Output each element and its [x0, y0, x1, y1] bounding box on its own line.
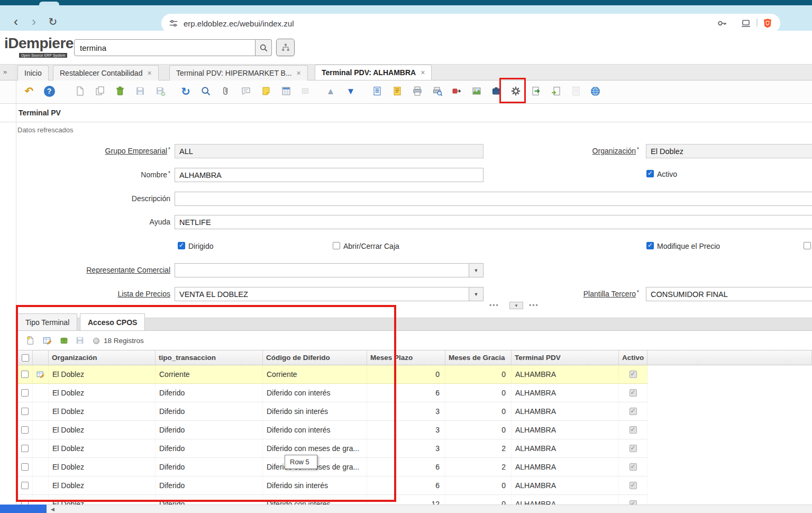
global-search-input[interactable]: [74, 39, 256, 56]
workflow-icon[interactable]: [450, 84, 463, 98]
browser-reload-button[interactable]: ↻: [45, 14, 60, 30]
dirigido-checkbox[interactable]: [178, 242, 185, 251]
plantilla-tercero-field[interactable]: [646, 287, 812, 301]
chat-icon[interactable]: [239, 84, 253, 98]
lista-precios-label[interactable]: Lista de Precios: [11, 290, 170, 298]
row-select-checkbox[interactable]: [21, 389, 29, 397]
scroll-left-icon[interactable]: ◀: [51, 507, 54, 512]
activo-checkbox[interactable]: [646, 170, 654, 179]
splitter-handle[interactable]: •••: [489, 302, 499, 309]
representante-comercial-field[interactable]: [175, 263, 469, 277]
password-key-icon[interactable]: [717, 18, 727, 29]
detail-record-icon[interactable]: ▼: [344, 84, 358, 98]
table-row-3[interactable]: El Doblez Diferido Diferido sin interés …: [17, 402, 647, 421]
nombre-field[interactable]: [175, 168, 483, 182]
report-icon[interactable]: [370, 84, 384, 98]
representante-comercial-label[interactable]: Representante Comercial: [11, 266, 170, 274]
representante-dropdown-button[interactable]: ▼: [469, 263, 483, 277]
detail-save-icon[interactable]: [74, 335, 86, 346]
detail-new-row-icon[interactable]: [24, 335, 36, 346]
sidebar-expander[interactable]: »: [3, 68, 7, 76]
modifique-precio-checkbox[interactable]: [646, 242, 654, 251]
detail-package-icon[interactable]: [58, 335, 70, 346]
row-select-checkbox[interactable]: [21, 463, 29, 471]
process-gear-icon[interactable]: [509, 84, 523, 98]
organizacion-label[interactable]: Organización: [550, 147, 639, 155]
table-row-5[interactable]: El Doblez Diferido Diferido con meses de…: [17, 439, 647, 458]
brave-shield-icon[interactable]: [762, 18, 773, 29]
row-edit-icon[interactable]: [33, 365, 49, 383]
search-button[interactable]: [256, 39, 272, 56]
browser-back-button[interactable]: ‹: [8, 14, 23, 30]
select-all-checkbox[interactable]: [22, 354, 29, 362]
grupo-empresarial-label[interactable]: Grupo Empresarial: [11, 147, 170, 155]
row-select-checkbox[interactable]: [21, 426, 29, 434]
help-icon[interactable]: ?: [42, 84, 56, 98]
detail-grid-icon[interactable]: [298, 84, 312, 98]
splitter-handle[interactable]: •••: [529, 302, 539, 309]
detail-edit-grid-icon[interactable]: [41, 335, 53, 346]
browser-tab[interactable]: [39, 2, 59, 5]
sitemap-button[interactable]: [276, 39, 295, 56]
detail-tab-tipo-terminal[interactable]: Tipo Terminal: [17, 313, 77, 331]
save-icon[interactable]: [133, 84, 147, 98]
note-icon[interactable]: [259, 84, 273, 98]
lista-precios-dropdown-button[interactable]: ▼: [469, 287, 483, 301]
grid-toggle-icon[interactable]: [279, 84, 293, 98]
site-controls-icon[interactable]: [169, 19, 178, 28]
descripcion-field[interactable]: [175, 192, 812, 206]
delete-record-icon[interactable]: [113, 84, 127, 98]
tab-terminal-pdv-hipermarket[interactable]: Terminal PDV: HIPERMARKET B...×: [169, 65, 308, 80]
parent-record-icon[interactable]: ▲: [324, 84, 337, 98]
splitter-collapse-button[interactable]: ▼: [509, 302, 523, 309]
select-all-header[interactable]: [17, 350, 33, 365]
abrir-cerrar-caja-checkbox[interactable]: [333, 242, 340, 251]
column-header-terminal-pdv[interactable]: Terminal PDV: [512, 350, 619, 365]
save-create-icon[interactable]: [153, 84, 167, 98]
copy-record-icon[interactable]: [93, 84, 107, 98]
close-icon[interactable]: ×: [297, 69, 301, 77]
column-header-codigo-diferido[interactable]: Código de Diferido: [263, 350, 367, 365]
row-select-checkbox[interactable]: [21, 445, 29, 452]
tab-inicio[interactable]: Inicio: [17, 65, 49, 80]
column-header-tipo-transaccion[interactable]: tipo_transaccion: [156, 350, 263, 365]
tab-restablecer-contabilidad[interactable]: Restablecer Contabilidad×: [53, 65, 159, 80]
organizacion-field[interactable]: [646, 144, 812, 158]
grupo-empresarial-field[interactable]: [175, 144, 483, 158]
table-row-2[interactable]: El Doblez Diferido Diferido con interés …: [17, 384, 647, 402]
web-services-icon[interactable]: [588, 84, 602, 98]
ayuda-field[interactable]: [175, 215, 812, 229]
workflow-activities-icon[interactable]: [489, 84, 503, 98]
table-row-6[interactable]: El Doblez Diferido Diferido con meses de…: [17, 458, 647, 476]
print-preview-icon[interactable]: [431, 84, 444, 98]
edge-checkbox[interactable]: [804, 242, 811, 251]
attachment-icon[interactable]: [219, 84, 233, 98]
csv-loader-icon[interactable]: [569, 84, 583, 98]
lista-precios-field[interactable]: [175, 287, 469, 301]
print-icon[interactable]: [410, 84, 424, 98]
refresh-icon[interactable]: ↻: [179, 84, 193, 98]
horizontal-scrollbar[interactable]: ◀: [47, 505, 812, 513]
row-select-checkbox[interactable]: [21, 408, 29, 415]
send-to-device-icon[interactable]: [741, 18, 751, 29]
url-bar[interactable]: erp.eldoblez.ec/webui/index.zul |: [161, 14, 780, 33]
import-file-icon[interactable]: [549, 84, 563, 98]
column-header-organizacion[interactable]: Organización: [49, 350, 156, 365]
detail-tab-acceso-cpos[interactable]: Acceso CPOS: [80, 313, 145, 331]
row-select-checkbox[interactable]: [21, 482, 29, 489]
archive-document-icon[interactable]: [390, 84, 404, 98]
plantilla-tercero-label[interactable]: Plantilla Tercero: [534, 290, 639, 298]
row-select-checkbox[interactable]: [21, 371, 29, 378]
tab-terminal-pdv-alhambra[interactable]: Terminal PDV: ALHAMBRA×: [315, 65, 432, 80]
column-header-meses-plazo[interactable]: Meses Plazo: [367, 350, 445, 365]
table-row-7[interactable]: El Doblez Diferido Diferido sin interés …: [17, 476, 647, 495]
column-header-activo[interactable]: Activo: [619, 350, 647, 365]
column-header-meses-gracia[interactable]: Meses de Gracia: [445, 350, 512, 365]
new-record-icon[interactable]: [73, 84, 87, 98]
table-row-1[interactable]: El Doblez Corriente Corriente 0 0 ALHAMB…: [17, 365, 647, 384]
undo-icon[interactable]: ↶: [22, 84, 36, 98]
find-record-icon[interactable]: [199, 84, 213, 98]
export-icon[interactable]: [529, 84, 543, 98]
close-icon[interactable]: ×: [147, 69, 151, 77]
close-icon[interactable]: ×: [421, 68, 425, 77]
